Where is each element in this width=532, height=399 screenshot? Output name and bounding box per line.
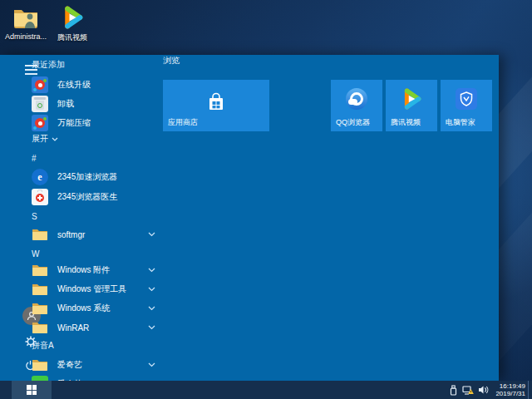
chevron-down-icon[interactable] bbox=[146, 268, 156, 273]
folder-icon bbox=[32, 226, 48, 243]
qq-browser-icon bbox=[346, 88, 367, 110]
app-row-universal-zip[interactable]: 万能压缩 bbox=[32, 115, 156, 131]
online-upgrade-icon bbox=[32, 76, 48, 93]
tile-label: 应用商店 bbox=[168, 117, 198, 128]
desktop-icon-tencent-video[interactable]: 腾讯视频 bbox=[50, 5, 95, 43]
folder-icon bbox=[32, 357, 48, 373]
folder-icon bbox=[32, 262, 48, 278]
app-list: 最近添加 在线升级 卸载 万能压缩 展开 # e 2345加速浏览器 2345浏… bbox=[32, 60, 156, 381]
app-row-uninstall[interactable]: 卸载 bbox=[32, 96, 156, 112]
2345-browser-icon: e bbox=[32, 169, 48, 185]
tencent-video-icon bbox=[401, 88, 422, 110]
chevron-down-icon bbox=[52, 137, 58, 141]
tile-group-label[interactable]: 浏览 bbox=[163, 55, 180, 66]
universal-zip-icon bbox=[32, 115, 48, 131]
expand-toggle[interactable]: 展开 bbox=[32, 134, 156, 144]
uninstall-trash-icon bbox=[32, 96, 48, 112]
start-button[interactable] bbox=[12, 381, 52, 399]
folder-row-iqiyi[interactable]: 爱奇艺 bbox=[32, 357, 156, 373]
pc-manager-shield-icon bbox=[456, 88, 477, 110]
start-menu: 最近添加 在线升级 卸载 万能压缩 展开 # e 2345加速浏览器 2345浏… bbox=[0, 55, 499, 381]
speaker-volume-icon[interactable] bbox=[478, 385, 489, 395]
section-letter-pinyin-a[interactable]: 拼音A bbox=[32, 341, 156, 351]
folder-icon bbox=[32, 319, 48, 336]
chevron-down-icon[interactable] bbox=[146, 287, 156, 292]
folder-row-windows-admin-tools[interactable]: Windows 管理工具 bbox=[32, 281, 156, 298]
desktop-icon-area: Administra... 腾讯视频 bbox=[3, 5, 96, 43]
section-letter-s[interactable]: S bbox=[32, 212, 156, 222]
section-letter-hash[interactable]: # bbox=[32, 154, 156, 164]
app-row-online-upgrade[interactable]: 在线升级 bbox=[32, 76, 156, 93]
folder-row-windows-accessories[interactable]: Windows 附件 bbox=[32, 262, 156, 278]
folder-icon bbox=[32, 300, 48, 317]
system-tray: 16:19:49 2019/7/31 bbox=[449, 381, 525, 399]
tile-label: 腾讯视频 bbox=[391, 117, 421, 128]
chevron-down-icon[interactable] bbox=[146, 362, 156, 367]
show-desktop-button[interactable] bbox=[528, 381, 532, 399]
usb-device-icon[interactable] bbox=[449, 385, 458, 396]
tile-pc-manager[interactable]: 电脑管家 bbox=[441, 80, 492, 131]
user-folder-icon bbox=[12, 5, 39, 30]
clock-date: 2019/7/31 bbox=[495, 390, 525, 397]
app-row-2345-browser-doctor[interactable]: 2345浏览器医生 bbox=[32, 189, 156, 205]
windows-logo-icon bbox=[27, 385, 37, 395]
taskbar-clock[interactable]: 16:19:49 2019/7/31 bbox=[495, 382, 525, 397]
chevron-down-icon[interactable] bbox=[146, 232, 156, 237]
chevron-down-icon[interactable] bbox=[146, 325, 156, 330]
desktop-icon-administrator[interactable]: Administra... bbox=[3, 5, 48, 43]
desktop-icon-label: Administra... bbox=[5, 32, 47, 41]
section-letter-w[interactable]: W bbox=[32, 249, 156, 259]
network-warning-icon[interactable] bbox=[462, 385, 474, 396]
tile-label: QQ浏览器 bbox=[336, 117, 370, 128]
recent-added-header: 最近添加 bbox=[32, 60, 156, 70]
desktop-icon-label: 腾讯视频 bbox=[57, 32, 87, 43]
folder-row-winrar[interactable]: WinRAR bbox=[32, 319, 156, 336]
tile-qq-browser[interactable]: QQ浏览器 bbox=[331, 80, 382, 131]
clock-time: 16:19:49 bbox=[500, 382, 525, 390]
microsoft-store-icon bbox=[206, 92, 226, 112]
app-row-2345-speed-browser[interactable]: e 2345加速浏览器 bbox=[32, 169, 156, 185]
taskbar: 16:19:49 2019/7/31 bbox=[0, 381, 532, 399]
start-menu-rail bbox=[0, 55, 28, 381]
folder-row-windows-system[interactable]: Windows 系统 bbox=[32, 300, 156, 317]
browser-doctor-medkit-icon bbox=[32, 189, 48, 205]
tencent-video-icon bbox=[59, 5, 86, 30]
chevron-down-icon[interactable] bbox=[146, 306, 156, 311]
tile-app-store[interactable]: 应用商店 bbox=[163, 80, 269, 131]
tile-tencent-video[interactable]: 腾讯视频 bbox=[386, 80, 437, 131]
folder-icon bbox=[32, 281, 48, 298]
folder-row-softmgr[interactable]: softmgr bbox=[32, 226, 156, 243]
tile-label: 电脑管家 bbox=[446, 117, 475, 128]
